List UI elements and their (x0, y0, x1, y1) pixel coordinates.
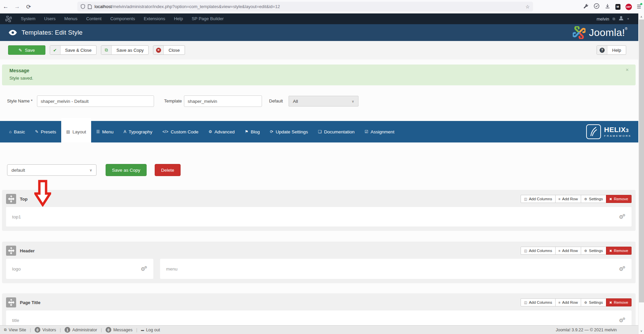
tab-blog[interactable]: ⚑Blog (240, 121, 265, 142)
tab-menu[interactable]: ☰Menu (91, 121, 119, 142)
settings-button[interactable]: ⚙Settings (581, 298, 606, 306)
page-info-icon[interactable] (88, 4, 92, 9)
template-label: Template (164, 98, 182, 103)
nav-item-system[interactable]: System (16, 13, 40, 24)
style-name-field[interactable] (37, 95, 154, 107)
forward-icon[interactable]: → (11, 3, 23, 10)
add-row-button[interactable]: ≡Add Row (555, 195, 581, 203)
move-icon[interactable] (6, 297, 16, 307)
add-row-button[interactable]: ≡Add Row (555, 247, 581, 255)
gear-icon: ⚙ (209, 129, 212, 134)
remove-button[interactable]: ✖Remove (606, 195, 632, 203)
nav-item-help[interactable]: Help (169, 13, 187, 24)
protection-shield-icon[interactable] (594, 3, 600, 10)
user-icon[interactable] (618, 15, 624, 22)
add-columns-button[interactable]: ◫Add Columns (521, 247, 556, 255)
tab-presets[interactable]: ✎Presets (30, 121, 61, 142)
close-button[interactable]: ✕ Close (153, 45, 185, 55)
view-site-link[interactable]: ⧉ View Site (4, 328, 26, 332)
user-name[interactable]: melvin (597, 16, 609, 22)
scroll-down-icon[interactable]: ∨ (639, 328, 644, 334)
nav-item-menus[interactable]: Menus (60, 13, 82, 24)
visitors-status[interactable]: 0 Visitors (35, 327, 56, 333)
template-field[interactable] (184, 95, 262, 107)
tab-custom-code[interactable]: </>Custom Code (157, 121, 203, 142)
preset-select[interactable]: default ∨ (7, 164, 97, 176)
add-columns-button[interactable]: ◫Add Columns (521, 195, 556, 203)
tab-assignment[interactable]: ☑Assignment (359, 121, 399, 142)
section-title: Top (20, 197, 28, 202)
column-label: menu (166, 266, 178, 272)
message-box: Message Style saved. ✕ (2, 65, 636, 85)
copy-icon: ⧉ (105, 47, 108, 53)
nav-item-users[interactable]: Users (40, 13, 60, 24)
wrench-icon[interactable] (583, 3, 589, 10)
column-settings-icon[interactable]: ⚙⚙ (619, 317, 626, 324)
remove-button[interactable]: ✖Remove (606, 298, 632, 306)
joomla-brand: Joomla!® (573, 26, 638, 39)
chevron-down-icon[interactable]: ▾ (627, 17, 629, 20)
tab-basic[interactable]: ⌂Basic (4, 121, 30, 142)
nav-item-content[interactable]: Content (82, 13, 106, 24)
font-icon: A (124, 129, 126, 134)
scrollbar[interactable]: ∧ ∨ (638, 13, 644, 334)
adblock-abp-icon[interactable]: ABP (626, 4, 632, 10)
back-icon[interactable]: ← (0, 3, 11, 10)
column-settings-icon[interactable]: ⚙⚙ (619, 265, 626, 272)
column-logo[interactable]: logo ⚙⚙ (6, 259, 153, 279)
move-icon[interactable] (6, 246, 16, 256)
pencil-icon: ✎ (35, 129, 38, 134)
check-square-icon: ☑ (365, 129, 368, 134)
reload-icon[interactable]: ⟳ (23, 3, 34, 10)
columns-icon: ◫ (524, 197, 527, 201)
shield-icon[interactable] (81, 4, 85, 9)
column-top1[interactable]: top1 ⚙⚙ (6, 207, 632, 226)
logout-link[interactable]: ▬ Log out (141, 328, 160, 332)
url-bar[interactable]: localhost/melvin/administrator/index.php… (77, 2, 533, 11)
joomla-icon[interactable] (5, 16, 12, 22)
select-caret-icon: ∨ (352, 99, 354, 103)
move-icon[interactable] (6, 194, 16, 204)
tab-documentation[interactable]: ❏Documentation (313, 121, 360, 142)
gear-icon: ⚙ (584, 197, 587, 201)
extension-m-icon[interactable]: M (615, 4, 620, 10)
nav-item-extensions[interactable]: Extensions (140, 13, 170, 24)
url-text: localhost/melvin/administrator/index.php… (94, 4, 280, 9)
message-close-icon[interactable]: ✕ (626, 68, 629, 72)
default-select[interactable]: All ∨ (289, 96, 358, 107)
layout-controls: default ∨ Save as Copy Delete (0, 164, 638, 176)
settings-button[interactable]: ⚙Settings (581, 195, 606, 203)
tab-update-settings[interactable]: ⟳Update Settings (265, 121, 313, 142)
url-host: localhost (94, 4, 112, 9)
download-icon[interactable] (605, 3, 610, 10)
add-row-button[interactable]: ≡Add Row (555, 298, 581, 306)
column-label: title (12, 318, 19, 323)
separator: | (60, 328, 61, 332)
column-settings-icon[interactable]: ⚙⚙ (141, 265, 147, 272)
save-as-copy-button[interactable]: ⧉ Save as Copy (101, 45, 149, 55)
help-button[interactable]: ? Help (597, 45, 626, 55)
nav-item-sp-page-builder[interactable]: SP Page Builder (187, 13, 228, 24)
tab-layout[interactable]: ▤Layout (61, 118, 91, 142)
column-menu[interactable]: menu ⚙⚙ (160, 259, 632, 279)
scroll-up-icon[interactable]: ∧ (639, 14, 644, 19)
scrollbar-thumb[interactable] (639, 19, 644, 302)
tab-typography[interactable]: ATypography (119, 121, 158, 142)
menu-icon[interactable]: ☰ (637, 4, 641, 10)
remove-button[interactable]: ✖Remove (606, 247, 632, 255)
administrator-status[interactable]: 1 Administrator (65, 327, 97, 333)
default-label: Default (269, 98, 283, 103)
column-settings-icon[interactable]: ⚙⚙ (619, 213, 626, 220)
close-circle-icon: ✕ (156, 48, 161, 53)
tab-advanced[interactable]: ⚙Advanced (203, 121, 240, 142)
save-button[interactable]: ✎ Save (8, 45, 45, 55)
preset-save-as-copy-button[interactable]: Save as Copy (106, 164, 147, 176)
preset-delete-button[interactable]: Delete (155, 164, 181, 176)
settings-button[interactable]: ⚙Settings (581, 247, 606, 255)
bookmark-star-icon[interactable]: ☆ (525, 4, 530, 9)
messages-status[interactable]: 0 Messages (106, 327, 132, 333)
add-columns-button[interactable]: ◫Add Columns (521, 298, 556, 306)
rows-icon: ≡ (559, 301, 561, 304)
nav-item-components[interactable]: Components (106, 13, 140, 24)
save-and-close-button[interactable]: ✔ Save & Close (50, 45, 97, 55)
